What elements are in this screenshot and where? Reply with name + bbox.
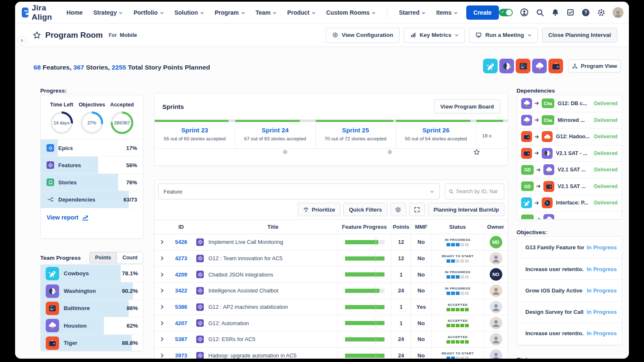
account-icon[interactable] [520, 8, 529, 17]
feature-row[interactable]: 5426 Implement Live Call Monitoring 12 N… [155, 234, 508, 251]
view-program-board-button[interactable]: View Program Board [434, 99, 500, 114]
item-type-select[interactable]: Feature [158, 184, 440, 199]
nav-item-custom-rooms[interactable]: Custom Rooms [326, 9, 376, 16]
run-a-meeting-button[interactable]: Run a Meeting [469, 28, 538, 43]
nav-item-program[interactable]: Program [215, 9, 245, 16]
fullscreen-button[interactable] [409, 203, 425, 216]
feature-row[interactable]: 3422 Intelligence Assisted Chatbot 24 No… [155, 283, 508, 299]
expand-row-icon[interactable] [159, 353, 165, 358]
feature-row[interactable]: 4209 Chatbot JSON integrations 1 No IN P… [155, 266, 508, 283]
planning-interval-burnup-button[interactable]: Planning Interval BurnUp [428, 203, 504, 216]
notifications-bell-icon[interactable] [551, 8, 559, 16]
settings-gear-icon[interactable] [597, 8, 605, 17]
tab-count[interactable]: Count [117, 252, 143, 263]
milestone-diamond-icon[interactable] [282, 149, 288, 155]
owner-avatar[interactable]: NO [490, 268, 502, 281]
dependency-row[interactable]: Cha Mirrored ... Delivered [517, 112, 622, 129]
prioritize-button[interactable]: Prioritize [298, 203, 341, 216]
dependency-row[interactable]: V2.1 SAT - ... Delivered [517, 145, 622, 162]
create-button[interactable]: Create [466, 5, 499, 20]
nav-item-home[interactable]: Home [66, 9, 83, 16]
objective-row[interactable]: G13 Family Feature for... In Progress [517, 237, 622, 258]
nav-item-team[interactable]: Team [256, 9, 277, 16]
team-avatar-wallet-icon[interactable] [548, 59, 563, 73]
milestone-diamond-icon[interactable] [387, 149, 393, 155]
objective-row[interactable]: Grow iOS Daily Active ... In Progress [517, 279, 622, 301]
feature-row[interactable]: 3973 Hadoop: upgrade automation in AC5 2… [155, 348, 508, 359]
feature-id-link[interactable]: 4209 [175, 272, 187, 278]
col-id[interactable]: ID [169, 220, 193, 234]
team-avatar-terminal-icon[interactable] [516, 59, 530, 73]
quick-filters-button[interactable]: Quick Filters [343, 203, 387, 216]
col-mmf[interactable]: MMF [410, 220, 431, 234]
tasks-checkbox-icon[interactable] [566, 8, 574, 16]
feature-id-link[interactable]: 5387 [175, 336, 187, 342]
team-row-washington[interactable]: Washington 90.2% [41, 282, 143, 299]
owner-avatar[interactable] [490, 284, 502, 297]
team-avatar-rocket-icon[interactable] [483, 59, 498, 73]
nav-item-portfolio[interactable]: Portfolio [133, 9, 164, 16]
progress-row-features[interactable]: Features 56% [41, 156, 143, 173]
owner-avatar[interactable] [490, 252, 502, 265]
feature-id-link[interactable]: 5426 [175, 239, 187, 245]
progress-row-dependencies[interactable]: Dependencies 63/73 [41, 191, 143, 208]
owner-avatar[interactable] [490, 301, 502, 313]
progress-row-epics[interactable]: Epics 17% [41, 139, 143, 156]
dependency-row[interactable]: GD V2.1 SAT ... Delivered [517, 178, 622, 195]
feature-row[interactable]: 5386 G12 : AP2 machines stabilization 1 … [155, 299, 508, 315]
sprint-card-23[interactable]: Sprint 23 55 out of 60 stories accepted [155, 120, 235, 148]
sprint-card-24[interactable]: Sprint 24 67 out of 83 stories accepted [235, 120, 316, 148]
owner-avatar[interactable] [490, 317, 502, 329]
view-configuration-button[interactable]: View Configuration [326, 28, 400, 43]
expand-row-icon[interactable] [159, 321, 165, 326]
col-owner[interactable]: Owner [483, 220, 508, 234]
objective-row[interactable]: Design Survey for Call... In Progress [517, 301, 622, 323]
grid-settings-button[interactable] [390, 203, 406, 216]
col-status[interactable]: Status [431, 220, 483, 234]
search-icon[interactable] [536, 8, 544, 17]
progress-row-stories[interactable]: Stories 76% [41, 173, 143, 191]
col-feature-progress[interactable]: Feature Progress [338, 220, 391, 234]
milestone-star-icon[interactable] [473, 149, 480, 155]
user-avatar[interactable] [613, 7, 623, 18]
sidebar-expand-button[interactable] [17, 36, 26, 45]
col-points[interactable]: Points [391, 220, 410, 234]
nav-item-starred[interactable]: Starred [399, 9, 426, 16]
feature-row[interactable]: 4273 G12 : Team innovation for AC5 12 No… [155, 251, 508, 267]
nav-item-strategy[interactable]: Strategy [93, 9, 123, 16]
feature-id-link[interactable]: 3422 [175, 287, 187, 294]
feature-row[interactable]: 5387 G12: ESRs for AC5 24 No ACCEPTED [155, 331, 508, 348]
nav-item-items[interactable]: Items [436, 9, 458, 16]
nav-item-product[interactable]: Product [287, 9, 316, 16]
team-row-houston[interactable]: Houston 62% [41, 317, 143, 334]
feature-toggle[interactable]: ✓ [499, 9, 513, 16]
sprint-card-partial[interactable]: 18 o [476, 120, 508, 148]
col-title[interactable]: Title [207, 220, 338, 234]
dependency-row[interactable]: GD V2.1 SAT ... Delivered [517, 161, 622, 178]
view-report-link[interactable]: View report [41, 208, 143, 227]
close-planning-interval-button[interactable]: Close Planning Interval [542, 28, 617, 43]
team-row-tiger[interactable]: Tiger 88.8% [41, 334, 143, 351]
objective-row[interactable]: Increase user retentio... In Progress [517, 258, 622, 279]
objective-row[interactable]: Increase user retentio... In Progress [517, 323, 622, 344]
nav-item-solution[interactable]: Solution [174, 9, 204, 16]
owner-avatar[interactable]: MD [490, 236, 502, 248]
dependency-row[interactable]: Interface: P... Delivered [517, 194, 622, 211]
expand-row-icon[interactable] [159, 336, 165, 342]
team-row-baltimore[interactable]: Baltimore 86% [41, 300, 143, 317]
owner-avatar[interactable] [490, 349, 502, 359]
jira-align-logo[interactable]: Jira Align [22, 3, 55, 22]
context-selector[interactable]: Mobile [120, 32, 137, 38]
expand-row-icon[interactable] [159, 288, 165, 293]
feature-id-link[interactable]: 4207 [175, 320, 187, 326]
favorite-star-icon[interactable] [33, 31, 41, 39]
expand-row-icon[interactable] [159, 256, 165, 261]
expand-row-icon[interactable] [159, 239, 165, 245]
help-icon[interactable] [582, 8, 590, 17]
sprint-card-26[interactable]: Sprint 26 50 out of 54 stories accepted [396, 120, 476, 148]
feature-id-link[interactable]: 5386 [175, 304, 187, 310]
sprint-card-25[interactable]: Sprint 25 70 out of 72 stories accepted [316, 120, 396, 148]
key-metrics-button[interactable]: Key Metrics [404, 28, 465, 43]
team-avatar-parrot-icon[interactable] [499, 59, 514, 73]
feature-id-link[interactable]: 3973 [175, 352, 187, 359]
